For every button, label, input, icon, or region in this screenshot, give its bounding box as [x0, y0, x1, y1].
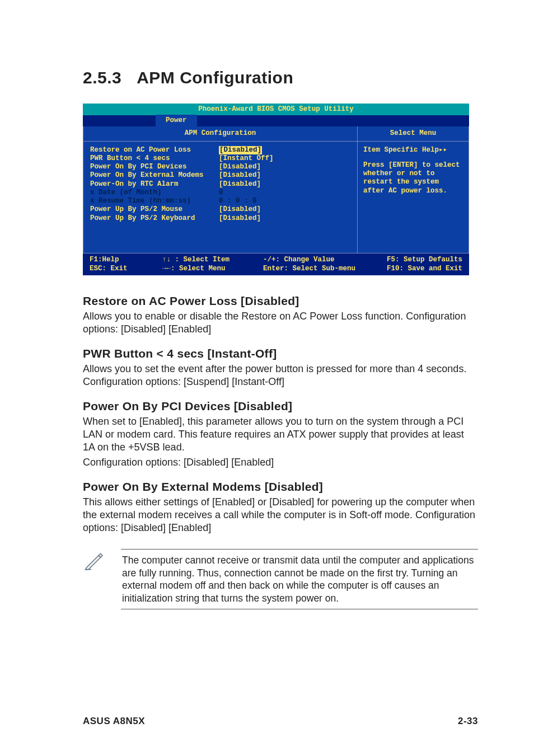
bios-setting-value: [Disabled] [219, 146, 262, 154]
bios-setting-row[interactable]: PWR Button < 4 secs[Instant Off] [90, 154, 353, 163]
footer-page-number: 2-33 [458, 716, 478, 727]
bios-setting-label: Power On By External Modems [90, 171, 219, 180]
legend-f5: F5: Setup Defaults [381, 256, 462, 264]
bios-setting-row: x Resume Time (hh:mm:ss)0 : 0 : 0 [90, 197, 353, 205]
bios-setting-label: Power-On by RTC Alarm [90, 180, 219, 189]
bios-right-header: Select Menu [357, 126, 469, 141]
item-desc: Configuration options: [Disabled] [Enabl… [83, 456, 478, 469]
bios-setting-value: [Disabled] [219, 163, 261, 171]
bios-setting-label: x Date (of Month) [90, 189, 219, 197]
page-footer: ASUS A8N5X 2-33 [83, 716, 478, 727]
bios-screenshot: Phoenix-Award BIOS CMOS Setup Utility Po… [83, 104, 469, 275]
item-heading-pci: Power On By PCI Devices [Disabled] [83, 400, 478, 413]
legend-changeval: -/+: Change Value [263, 256, 381, 264]
bios-left-header: APM Configuration [83, 126, 357, 141]
item-desc: Allows you to enable or disable the Rest… [83, 310, 478, 336]
bios-setting-label: Power Up By PS/2 Keyboard [90, 214, 219, 223]
legend-leftright: →←: Select Menu [162, 265, 263, 273]
bios-title-bar: Phoenix-Award BIOS CMOS Setup Utility [83, 104, 469, 115]
bios-setting-row[interactable]: Power Up By PS/2 Mouse[Disabled] [90, 205, 353, 214]
item-heading-pwrbtn: PWR Button < 4 secs [Instant-Off] [83, 347, 478, 360]
bios-legend: F1:Help ↑↓ : Select Item -/+: Change Val… [83, 253, 469, 276]
bios-setting-label: x Resume Time (hh:mm:ss) [90, 197, 219, 205]
legend-submenu: Enter: Select Sub-menu [263, 265, 381, 273]
triangle-right-icon: ▸▸ [439, 146, 447, 154]
item-heading-restore: Restore on AC Power Loss [Disabled] [83, 294, 478, 308]
bios-help-title: Item Specific Help▸▸ [363, 146, 463, 154]
bios-setting-label: Power Up By PS/2 Mouse [90, 205, 219, 214]
section-title: APM Configuration [137, 68, 293, 87]
section-number: 2.5.3 [83, 68, 121, 87]
note-block: The computer cannot receive or transmit … [83, 549, 478, 609]
bios-setting-value: [Disabled] [219, 214, 261, 223]
item-desc: Allows you to set the event after the po… [83, 363, 478, 388]
bios-setting-row[interactable]: Restore on AC Power Loss[Disabled] [90, 146, 353, 154]
bios-help-body: Press [ENTER] to select whether or not t… [363, 161, 463, 195]
bios-setting-value: [Disabled] [219, 180, 261, 189]
bios-menu-bar: Power [83, 115, 469, 126]
section-heading: 2.5.3 APM Configuration [83, 67, 478, 88]
footer-model: ASUS A8N5X [83, 716, 145, 727]
bios-tab-power[interactable]: Power [156, 115, 197, 126]
bios-setting-row: x Date (of Month) 0 [90, 189, 353, 197]
bios-setting-label: Power On By PCI Devices [90, 163, 219, 171]
bios-setting-value: [Disabled] [219, 205, 261, 214]
item-desc: When set to [Enabled], this parameter al… [83, 415, 478, 454]
bios-setting-value: [Disabled] [219, 171, 261, 180]
bios-setting-value: 0 : 0 : 0 [219, 197, 257, 205]
bios-setting-row[interactable]: Power-On by RTC Alarm[Disabled] [90, 180, 353, 189]
item-heading-modem: Power On By External Modems [Disabled] [83, 480, 478, 494]
bios-settings-list: Restore on AC Power Loss[Disabled] PWR B… [83, 142, 357, 253]
note-text: The computer cannot receive or transmit … [121, 549, 478, 609]
bios-setting-value: [Instant Off] [219, 154, 274, 163]
item-desc: This allows either settings of [Enabled]… [83, 496, 478, 534]
bios-setting-value: 0 [219, 189, 223, 197]
legend-f1: F1:Help [90, 256, 162, 264]
bios-setting-label: PWR Button < 4 secs [90, 154, 219, 163]
legend-updown: ↑↓ : Select Item [162, 256, 263, 264]
bios-setting-label: Restore on AC Power Loss [90, 146, 219, 154]
legend-esc: ESC: Exit [90, 265, 162, 273]
bios-setting-row[interactable]: Power On By PCI Devices[Disabled] [90, 163, 353, 171]
note-pencil-icon [83, 549, 105, 574]
bios-setting-row[interactable]: Power On By External Modems[Disabled] [90, 171, 353, 180]
legend-f10: F10: Save and Exit [381, 265, 462, 273]
bios-setting-row[interactable]: Power Up By PS/2 Keyboard[Disabled] [90, 214, 353, 223]
